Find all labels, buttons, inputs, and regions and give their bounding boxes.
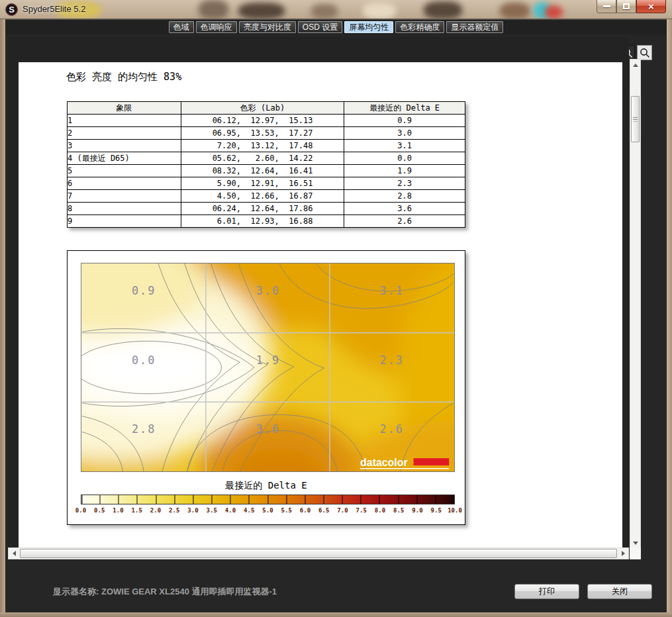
colorbar-tick-label: 2.0 bbox=[150, 507, 161, 514]
lab-cell: 7.20, 13.12, 17.48 bbox=[181, 140, 344, 152]
colorbar-tick-label: 8.0 bbox=[375, 507, 385, 514]
colorbar-tick-mark bbox=[342, 495, 343, 504]
scroll-left-button[interactable] bbox=[9, 548, 19, 559]
tab-6[interactable]: 色彩精确度 bbox=[395, 21, 444, 33]
desktop-photo-blob bbox=[544, 5, 563, 19]
colorbar-tick-mark bbox=[454, 495, 454, 504]
heatmap-cell-label: 3.6 bbox=[256, 422, 280, 436]
desktop-photo-blob bbox=[311, 4, 338, 19]
tab-5[interactable]: 屏幕均匀性 bbox=[344, 21, 393, 33]
window-controls: × bbox=[597, 0, 666, 13]
datacolor-logo-text: datacolor bbox=[360, 457, 407, 468]
window-border-right bbox=[667, 19, 672, 612]
zoom-fit-button[interactable] bbox=[637, 45, 652, 60]
colorbar-tick-label: 3.5 bbox=[207, 507, 217, 514]
colorbar-tick-mark bbox=[137, 495, 138, 504]
horizontal-scroll-thumb[interactable] bbox=[20, 549, 617, 558]
client-area: 色域色调响应亮度与对比度OSD 设置屏幕均匀性色彩精确度显示器额定值 bbox=[5, 19, 667, 612]
tab-1[interactable]: 色域 bbox=[169, 21, 194, 33]
tab-7[interactable]: 显示器额定值 bbox=[446, 21, 503, 33]
print-button[interactable]: 打印 bbox=[514, 584, 579, 599]
monitor-name-label: 显示器名称: ZOWIE GEAR XL2540 通用即插即用监视器-1 bbox=[53, 586, 277, 598]
colorbar-tick-label: 7.5 bbox=[356, 507, 367, 514]
lab-cell: 4.50, 12.66, 16.87 bbox=[181, 190, 344, 203]
colorbar-tick-label: 6.5 bbox=[318, 507, 329, 514]
lab-cell: 06.12, 12.97, 15.13 bbox=[181, 115, 344, 127]
colorbar-tick-label: 1.5 bbox=[132, 507, 142, 514]
colorbar-tick-mark bbox=[286, 495, 287, 504]
scrollbar-corner bbox=[630, 547, 641, 559]
colorbar-tick-mark bbox=[435, 495, 436, 504]
de-cell: 2.8 bbox=[344, 190, 465, 203]
close-dialog-button[interactable]: 关闭 bbox=[587, 584, 652, 599]
table-row: 4 (最接近 D65)05.62, 2.60, 14.220.0 bbox=[68, 152, 465, 165]
tab-4[interactable]: OSD 设置 bbox=[298, 21, 342, 33]
uniformity-chart: 0.93.03.10.01.92.32.83.62.6 datacolor 最接… bbox=[67, 250, 465, 525]
de-cell: 3.1 bbox=[344, 140, 465, 152]
scroll-right-button[interactable] bbox=[618, 548, 628, 559]
colorbar-title: 最接近的 Delta E bbox=[68, 480, 465, 492]
colorbar-tick-mark bbox=[156, 495, 156, 504]
vertical-scroll-thumb[interactable] bbox=[631, 96, 640, 142]
colorbar-tick-label: 8.5 bbox=[393, 507, 404, 514]
minimize-button[interactable] bbox=[597, 0, 616, 13]
de-cell: 1.9 bbox=[344, 165, 465, 177]
table-row: 9 6.01, 12.93, 16.882.6 bbox=[68, 215, 465, 228]
q-cell: 4 (最接近 D65) bbox=[68, 152, 181, 165]
thumb-grip bbox=[633, 117, 638, 122]
arrow-down-icon bbox=[633, 542, 638, 545]
de-cell: 2.3 bbox=[344, 177, 465, 190]
report-page: 色彩 亮度 的均匀性 83% 象限色彩 (Lab)最接近的 Delta E106… bbox=[19, 62, 622, 547]
table-header-cell: 色彩 (Lab) bbox=[181, 102, 344, 115]
scroll-up-button[interactable] bbox=[630, 60, 640, 70]
colorbar-tick-label: 10.0 bbox=[448, 507, 462, 514]
tab-3[interactable]: 亮度与对比度 bbox=[239, 21, 296, 33]
lab-cell: 06.95, 13.53, 17.27 bbox=[181, 127, 344, 140]
colorbar-tick-mark bbox=[81, 495, 82, 504]
zoom-search-icon bbox=[640, 48, 650, 58]
table-header-cell: 象限 bbox=[68, 102, 181, 115]
window-title: Spyder5Elite 5.2 bbox=[23, 4, 85, 14]
de-cell: 2.6 bbox=[344, 215, 465, 228]
q-cell: 6 bbox=[68, 177, 181, 190]
lab-cell: 06.24, 12.64, 17.86 bbox=[181, 203, 344, 215]
tab-2[interactable]: 色调响应 bbox=[196, 21, 237, 33]
colorbar-tick-label: 3.0 bbox=[187, 507, 198, 514]
table-header-cell: 最接近的 Delta E bbox=[344, 102, 465, 115]
colorbar-tick-labels: 0.00.51.01.52.02.53.03.54.04.55.05.56.06… bbox=[81, 507, 455, 515]
de-cell: 0.0 bbox=[344, 152, 465, 165]
colorbar-tick-label: 4.0 bbox=[225, 507, 236, 514]
colorbar-tick-label: 4.5 bbox=[244, 507, 254, 514]
spyder-logo-icon: S bbox=[5, 3, 18, 16]
table-row: 206.95, 13.53, 17.273.0 bbox=[68, 127, 465, 140]
app-window: S Spyder5Elite 5.2 × 色域色调响应亮度与对比度OSD 设置屏… bbox=[0, 0, 672, 617]
q-cell: 8 bbox=[68, 203, 181, 215]
colorbar-tick-label: 9.5 bbox=[431, 507, 442, 514]
vertical-scrollbar[interactable] bbox=[630, 59, 641, 549]
horizontal-scrollbar[interactable] bbox=[8, 547, 629, 559]
de-cell: 0.9 bbox=[344, 115, 465, 127]
heatmap-cell-label: 2.8 bbox=[132, 422, 156, 436]
close-button[interactable]: × bbox=[636, 0, 666, 13]
colorbar-tick-label: 0.5 bbox=[94, 507, 105, 514]
heatmap-cell-label: 2.3 bbox=[380, 354, 404, 367]
minimize-icon bbox=[603, 5, 610, 7]
lab-cell: 08.32, 12.64, 16.41 bbox=[181, 165, 344, 177]
desktop-photo-blob bbox=[500, 3, 530, 19]
colorbar-tick-mark bbox=[100, 495, 101, 504]
restore-button[interactable] bbox=[616, 0, 636, 13]
q-cell: 5 bbox=[68, 165, 181, 177]
report-viewport: 色彩 亮度 的均匀性 83% 象限色彩 (Lab)最接近的 Delta E106… bbox=[8, 37, 629, 547]
colorbar-tick-label: 0.0 bbox=[75, 507, 86, 514]
desktop-photo-blob bbox=[238, 3, 285, 19]
datacolor-logo-redbar bbox=[414, 458, 450, 465]
scroll-down-button[interactable] bbox=[630, 538, 640, 548]
table-row: 3 7.20, 13.12, 17.483.1 bbox=[68, 140, 465, 152]
de-cell: 3.0 bbox=[344, 127, 465, 140]
colorbar-tick-mark bbox=[416, 495, 417, 504]
colorbar-tick-mark bbox=[193, 495, 193, 504]
q-cell: 7 bbox=[68, 190, 181, 203]
table-row: 6 5.90, 12.91, 16.512.3 bbox=[68, 177, 465, 190]
uniformity-table: 象限色彩 (Lab)最接近的 Delta E106.12, 12.97, 15.… bbox=[67, 101, 465, 228]
arrow-right-icon bbox=[622, 551, 625, 556]
